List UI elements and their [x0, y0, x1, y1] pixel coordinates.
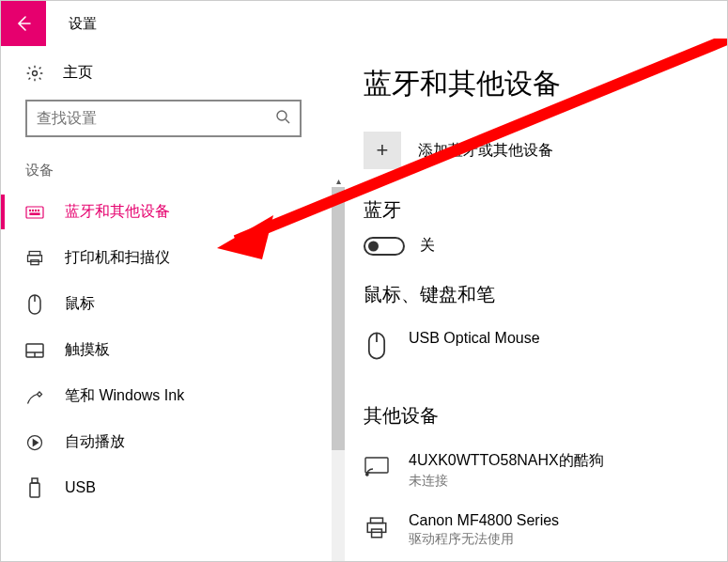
- svg-point-1: [277, 111, 287, 120]
- svg-point-6: [38, 210, 39, 211]
- svg-point-3: [29, 210, 30, 211]
- svg-rect-10: [31, 259, 39, 264]
- mouse-device-icon: [364, 330, 390, 362]
- back-arrow-icon: [14, 14, 33, 33]
- svg-rect-24: [371, 518, 383, 523]
- svg-rect-8: [29, 251, 40, 255]
- svg-rect-9: [28, 255, 42, 261]
- sidebar-item-label: USB: [65, 479, 96, 496]
- other-section-title: 其他设备: [364, 403, 727, 429]
- sidebar-item-label: 蓝牙和其他设备: [65, 202, 170, 222]
- sidebar-item-label: 打印机和扫描仪: [65, 248, 170, 268]
- device-row[interactable]: USB Optical Mouse: [364, 320, 727, 375]
- sidebar-item-label: 笔和 Windows Ink: [65, 386, 184, 406]
- printer-icon: [25, 249, 44, 268]
- sidebar-item-label: 鼠标: [65, 294, 95, 314]
- svg-rect-25: [367, 523, 386, 533]
- svg-rect-19: [30, 483, 39, 497]
- svg-point-5: [35, 210, 36, 211]
- add-device-label: 添加蓝牙或其他设备: [418, 141, 553, 161]
- svg-point-23: [366, 474, 368, 476]
- bluetooth-toggle-label: 关: [420, 236, 435, 256]
- sidebar-item-printers[interactable]: 打印机和扫描仪: [1, 235, 326, 281]
- sidebar-item-label: 自动播放: [65, 432, 125, 452]
- device-status: 未连接: [409, 473, 604, 490]
- sidebar-item-usb[interactable]: USB: [1, 465, 326, 510]
- search-box[interactable]: [25, 100, 302, 137]
- device-name: 4UXK0WTTO58NAHX的酷狗: [409, 451, 604, 471]
- mouse-section-title: 鼠标、键盘和笔: [364, 282, 727, 307]
- sidebar-section-header: 设备: [1, 162, 326, 189]
- svg-point-0: [33, 70, 38, 75]
- svg-point-4: [32, 210, 33, 211]
- plus-icon: +: [364, 132, 401, 169]
- printer-device-icon: [364, 512, 390, 544]
- content-pane: ▴ ▾ 蓝牙和其他设备 + 添加蓝牙或其他设备 蓝牙 关 鼠标、键盘和笔: [326, 46, 727, 561]
- svg-rect-7: [30, 213, 39, 214]
- scrollbar[interactable]: ▴ ▾: [332, 187, 345, 561]
- device-name: USB Optical Mouse: [409, 330, 540, 347]
- search-icon: [275, 109, 290, 128]
- window-title: 设置: [69, 15, 97, 33]
- search-input[interactable]: [37, 110, 275, 127]
- device-name: Canon MF4800 Series: [409, 512, 559, 529]
- svg-marker-17: [33, 439, 38, 445]
- add-device-button[interactable]: + 添加蓝牙或其他设备: [364, 132, 727, 169]
- bluetooth-section-title: 蓝牙: [364, 197, 727, 223]
- sidebar-item-label: 触摸板: [65, 340, 110, 360]
- scrollbar-thumb[interactable]: [332, 187, 345, 450]
- svg-rect-2: [26, 207, 43, 218]
- sidebar: 主页 设备 蓝牙和其他设备: [1, 46, 326, 561]
- scroll-up-icon[interactable]: ▴: [332, 174, 345, 187]
- mouse-icon: [25, 295, 44, 314]
- device-row[interactable]: 4UXK0WTTO58NAHX的酷狗 未连接: [364, 442, 727, 503]
- touchpad-icon: [25, 341, 44, 360]
- title-bar: 设置: [1, 1, 727, 46]
- sidebar-item-touchpad[interactable]: 触摸板: [1, 327, 326, 373]
- device-status: 驱动程序无法使用: [409, 531, 559, 548]
- sidebar-item-mouse[interactable]: 鼠标: [1, 281, 326, 327]
- back-button[interactable]: [1, 1, 46, 46]
- home-label: 主页: [63, 63, 93, 83]
- keyboard-icon: [25, 203, 44, 222]
- gear-icon: [25, 64, 44, 83]
- device-row[interactable]: Canon MF4800 Series 驱动程序无法使用: [364, 503, 727, 561]
- usb-icon: [25, 478, 44, 497]
- sidebar-item-bluetooth[interactable]: 蓝牙和其他设备: [1, 189, 326, 235]
- pen-icon: [25, 387, 44, 406]
- sidebar-item-pen[interactable]: 笔和 Windows Ink: [1, 373, 326, 419]
- page-title: 蓝牙和其他设备: [364, 65, 727, 103]
- cast-device-icon: [364, 451, 390, 483]
- bluetooth-toggle[interactable]: [364, 237, 405, 256]
- svg-rect-26: [372, 529, 382, 538]
- sidebar-item-autoplay[interactable]: 自动播放: [1, 419, 326, 465]
- autoplay-icon: [25, 433, 44, 452]
- home-button[interactable]: 主页: [1, 63, 326, 100]
